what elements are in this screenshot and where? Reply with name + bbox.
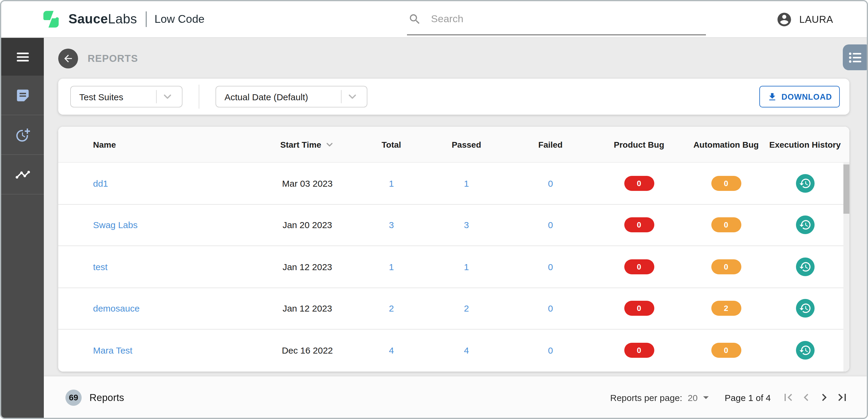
search-input[interactable]	[430, 12, 705, 26]
brand-divider	[146, 11, 147, 27]
total-count-link[interactable]: 3	[389, 220, 394, 230]
automation-bug-cell: 0	[685, 218, 767, 233]
total-cell: 2	[359, 303, 424, 313]
top-bar: SauceLabs Low Code LAURA	[1, 1, 867, 38]
product-bug-cell: 0	[592, 176, 685, 191]
download-button[interactable]: DOWNLOAD	[760, 86, 840, 108]
previous-page-button[interactable]	[797, 388, 815, 407]
sidebar-item-schedules[interactable]	[1, 115, 44, 155]
failed-cell: 0	[508, 178, 592, 188]
failed-count-link[interactable]: 0	[548, 178, 553, 188]
passed-cell: 1	[424, 178, 508, 188]
execution-history-cell	[767, 216, 843, 234]
history-clock-icon	[799, 261, 811, 273]
column-header-failed: Failed	[508, 140, 592, 149]
failed-count-link[interactable]: 0	[548, 346, 553, 356]
total-count-link[interactable]: 1	[389, 262, 394, 272]
avatar-icon	[776, 11, 793, 27]
report-name-link[interactable]: Swag Labs	[93, 220, 137, 230]
user-name: LAURA	[799, 13, 833, 25]
count-badge: 69	[65, 389, 82, 406]
passed-count-link[interactable]: 4	[464, 346, 469, 356]
table-scrollbar[interactable]	[843, 163, 849, 371]
total-count-link[interactable]: 2	[389, 303, 394, 313]
chevron-down-icon	[346, 91, 359, 103]
total-cell: 3	[359, 220, 424, 230]
chevron-right-icon	[817, 390, 831, 405]
failed-count-link[interactable]: 0	[548, 303, 553, 313]
name-cell: test	[58, 262, 256, 272]
column-header-automation-bug: Automation Bug	[685, 140, 767, 149]
start-time-cell: Dec 16 2022	[256, 346, 359, 356]
table-row: dd1 Mar 03 2023 1 1 0 0 0	[58, 163, 849, 204]
bulleted-list-icon	[847, 50, 863, 65]
dropdown-arrow-icon	[700, 391, 713, 404]
column-header-execution-history: Execution History	[767, 140, 843, 149]
table-footer: 69 Reports Reports per page: 20 Page 1 o…	[44, 377, 867, 418]
passed-cell: 2	[424, 303, 508, 313]
automation-bug-cell: 0	[685, 176, 767, 191]
total-count-link[interactable]: 4	[389, 346, 394, 356]
table-body: dd1 Mar 03 2023 1 1 0 0 0 Swag Labs	[58, 163, 849, 371]
passed-count-link[interactable]: 1	[464, 178, 469, 188]
report-name-link[interactable]: demosauce	[93, 303, 140, 313]
automation-bug-badge: 0	[711, 176, 741, 191]
execution-history-button[interactable]	[796, 216, 814, 234]
search-field[interactable]	[407, 4, 706, 35]
failed-cell: 0	[508, 220, 592, 230]
first-page-button[interactable]	[779, 388, 797, 407]
failed-cell: 0	[508, 346, 592, 356]
execution-history-button[interactable]	[796, 341, 814, 360]
date-filter-dropdown[interactable]: Actual Date (Default)	[216, 86, 367, 108]
chevron-down-icon	[161, 91, 174, 103]
document-icon	[15, 87, 30, 103]
execution-history-cell	[767, 341, 843, 360]
failed-count-link[interactable]: 0	[548, 262, 553, 272]
last-page-button[interactable]	[833, 388, 851, 407]
per-page-select[interactable]: 20	[688, 391, 713, 404]
suite-filter-dropdown[interactable]: Test Suites	[70, 86, 183, 108]
passed-cell: 1	[424, 262, 508, 272]
report-name-link[interactable]: Mara Test	[93, 346, 132, 356]
total-cell: 4	[359, 346, 424, 356]
product-bug-cell: 0	[592, 218, 685, 233]
table-row: demosauce Jan 12 2023 2 2 0 0 2	[58, 288, 849, 330]
sidebar-item-reports[interactable]	[1, 155, 44, 194]
total-count-link[interactable]: 1	[389, 178, 394, 188]
scrollbar-thumb[interactable]	[843, 164, 849, 214]
execution-history-cell	[767, 258, 843, 276]
next-page-button[interactable]	[815, 388, 833, 407]
passed-count-link[interactable]: 3	[464, 220, 469, 230]
column-header-start-time[interactable]: Start Time	[256, 140, 359, 149]
user-menu[interactable]: LAURA	[776, 11, 867, 27]
saucelabs-logo-icon	[41, 9, 61, 29]
execution-history-button[interactable]	[796, 258, 814, 276]
product-bug-cell: 0	[592, 301, 685, 316]
passed-count-link[interactable]: 2	[464, 303, 469, 313]
sidebar	[1, 38, 44, 418]
product-bug-cell: 0	[592, 259, 685, 274]
list-view-button[interactable]	[843, 44, 868, 70]
execution-history-button[interactable]	[796, 174, 814, 193]
report-name-link[interactable]: dd1	[93, 178, 108, 188]
sort-chevron-icon[interactable]	[325, 140, 334, 149]
date-filter-value: Actual Date (Default)	[224, 92, 308, 102]
execution-history-button[interactable]	[796, 299, 814, 318]
back-button[interactable]	[58, 48, 78, 68]
first-page-icon	[781, 390, 795, 405]
sidebar-item-documents[interactable]	[1, 76, 44, 115]
pagination: Reports per page: 20 Page 1 of 4	[610, 388, 851, 407]
brand-wordmark: SauceLabs	[68, 11, 137, 27]
passed-cell: 3	[424, 220, 508, 230]
passed-count-link[interactable]: 1	[464, 262, 469, 272]
table-row: Swag Labs Jan 20 2023 3 3 0 0 0	[58, 204, 849, 246]
column-header-passed: Passed	[424, 140, 508, 149]
product-bug-badge: 0	[624, 301, 654, 316]
failed-count-link[interactable]: 0	[548, 220, 553, 230]
chevron-left-icon	[799, 390, 813, 405]
report-name-link[interactable]: test	[93, 262, 107, 272]
menu-toggle-button[interactable]	[1, 38, 44, 76]
total-cell: 1	[359, 262, 424, 272]
table-header-row: Name Start Time Total Passed Failed Prod…	[58, 127, 849, 163]
name-cell: demosauce	[58, 303, 256, 313]
